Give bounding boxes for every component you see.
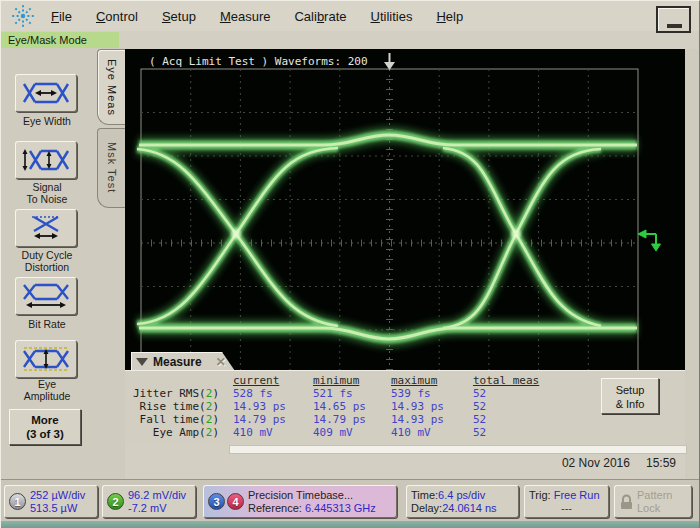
menu-setup[interactable]: Setup (162, 9, 196, 24)
duty-cycle-distortion-label: Duty CycleDistortion (1, 249, 93, 273)
signal-to-noise-button[interactable] (15, 141, 77, 179)
channel-1-badge: 1 (9, 493, 26, 510)
close-icon[interactable]: ✕ (216, 355, 226, 369)
duty-cycle-distortion-icon (22, 215, 70, 241)
channel-marker-arrow-icon (638, 230, 661, 251)
setup-info-button[interactable]: Setup& Info (601, 378, 659, 414)
panel-bottom-strip (229, 445, 687, 454)
bit-rate-label: Bit Rate (1, 318, 93, 330)
bit-rate-icon (22, 283, 70, 309)
eye-width-button[interactable] (15, 74, 77, 112)
status-bar: 1 252 µW/div513.5 µW 2 96.2 mV/div-7.2 m… (1, 479, 700, 521)
bottom-strip (1, 521, 700, 528)
pattern-lock-button[interactable]: PatternLock (614, 485, 692, 518)
minimize-button[interactable] (656, 6, 691, 33)
bit-rate-button[interactable] (15, 277, 77, 315)
menu-measure[interactable]: Measure (220, 9, 271, 24)
menu-file[interactable]: File (51, 9, 72, 24)
eye-amplitude-label: EyeAmplitude (1, 378, 93, 402)
mode-label: Eye/Mask Mode (1, 32, 119, 48)
lock-icon (619, 494, 634, 510)
date-label: 02 Nov 2016 (562, 456, 630, 470)
minimize-icon (667, 24, 682, 28)
time-reference-arrow-icon (384, 53, 395, 70)
menu-help[interactable]: Help (436, 9, 463, 24)
eye-width-label: Eye Width (1, 115, 93, 127)
signal-to-noise-icon (22, 147, 70, 173)
duty-cycle-distortion-button[interactable] (15, 209, 77, 247)
timebase-scale-button[interactable]: Time:6.4 ps/div Delay:24.0614 ns (406, 485, 519, 518)
more-button[interactable]: More(3 of 3) (9, 409, 81, 445)
menu-bar: File Control Setup Measure Calibrate Uti… (1, 1, 700, 31)
channel-2-button[interactable]: 2 96.2 mV/div-7.2 mV (102, 485, 196, 518)
menu-control[interactable]: Control (96, 9, 138, 24)
tab-eye-meas[interactable]: Eye Meas (97, 49, 126, 125)
menu-utilities[interactable]: Utilities (371, 9, 413, 24)
channel-1-button[interactable]: 1 252 µW/div513.5 µW (4, 485, 98, 518)
eye-amplitude-button[interactable] (15, 340, 77, 378)
signal-to-noise-label: SignalTo Noise (1, 181, 93, 205)
measure-panel-tab[interactable]: Measure ✕ (131, 352, 235, 371)
scope-window: { "menu": { "items": [ {"pre":"","u":"F"… (0, 0, 700, 528)
right-bezel (685, 49, 700, 479)
precision-timebase-button[interactable]: 3 4 Precision Timebase... Reference: 6.4… (203, 485, 397, 518)
eye-trace-mid (137, 135, 637, 339)
channel-3-badge: 3 (208, 493, 225, 510)
agilent-spark-icon (9, 3, 37, 29)
eye-width-icon (22, 80, 70, 106)
collapse-triangle-icon (136, 358, 148, 366)
channel-2-badge: 2 (107, 493, 124, 510)
trigger-button[interactable]: Trig: Free Run --- (524, 485, 609, 518)
eye-amplitude-icon (22, 346, 70, 372)
acq-limit-text: ( Acq Limit Test ) Waveforms: 200 (149, 55, 368, 68)
measure-row-fall-time: Fall time(2) 14.79 ps14.79 ps 14.93 ps52 (125, 413, 685, 425)
measure-row-eye-amp: Eye Amp(2) 410 mV409 mV 410 mV52 (125, 426, 685, 438)
measure-panel-title: Measure (153, 355, 202, 369)
datetime: 02 Nov 201615:59 (451, 456, 676, 470)
channel-4-badge: 4 (227, 493, 244, 510)
time-label: 15:59 (646, 456, 676, 470)
tab-msk-test[interactable]: Msk Test (97, 128, 126, 208)
menu-calibrate[interactable]: Calibrate (294, 9, 346, 24)
